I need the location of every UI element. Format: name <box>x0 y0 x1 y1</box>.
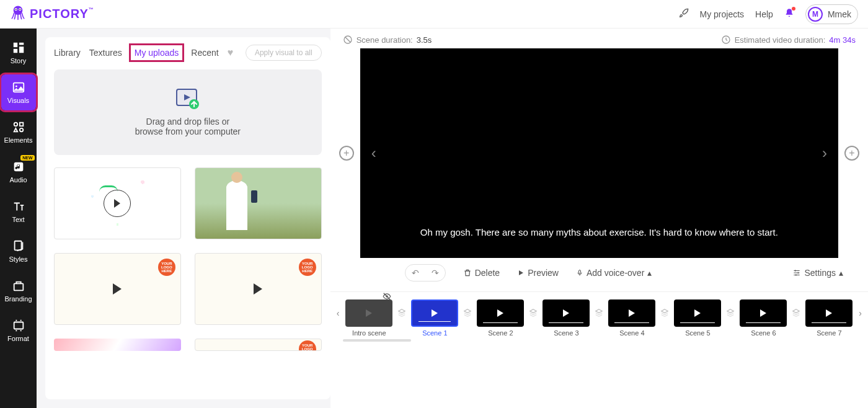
undo-button[interactable]: ↶ <box>405 265 425 281</box>
upload-dropzone[interactable]: Drag and drop files or browse from your … <box>54 69 322 155</box>
layers-icon[interactable] <box>660 299 669 317</box>
notification-bell-icon[interactable] <box>784 8 794 20</box>
add-voiceover-button[interactable]: Add voice-over ▴ <box>576 268 652 278</box>
scene-item[interactable]: Scene 2 <box>477 299 524 337</box>
redo-button[interactable]: ↷ <box>425 265 445 281</box>
preview-button[interactable]: Preview <box>517 268 559 278</box>
scene-label: Scene 2 <box>488 329 513 337</box>
svg-rect-6 <box>19 43 23 45</box>
scene-item[interactable]: Scene 3 <box>542 299 590 337</box>
layers-icon[interactable] <box>726 299 735 317</box>
dropzone-text-2: browse from your computer <box>66 126 309 136</box>
visibility-off-icon <box>383 292 391 303</box>
upload-thumbnail[interactable]: YOUR LOGO HERE <box>195 339 322 351</box>
prev-scene-arrow[interactable]: ‹ <box>365 138 383 168</box>
svg-rect-12 <box>19 123 23 126</box>
avatar: M <box>808 7 823 22</box>
scene-label: Scene 1 <box>422 329 447 337</box>
scene-thumbnail[interactable] <box>740 299 787 327</box>
visuals-panel: Library Textures My uploads Recent ♥ App… <box>37 29 330 408</box>
my-projects-link[interactable]: My projects <box>700 9 745 19</box>
layers-icon[interactable] <box>463 299 472 317</box>
chevron-up-icon: ▴ <box>647 268 652 278</box>
timeline-next-button[interactable]: › <box>857 299 863 327</box>
scene-item[interactable]: Scene 5 <box>674 299 721 337</box>
estimated-duration-value: 4m 34s <box>829 35 856 45</box>
scene-thumbnail[interactable] <box>345 299 392 327</box>
timeline-prev-button[interactable]: ‹ <box>335 299 341 327</box>
upgrade-rocket-icon[interactable] <box>679 8 689 20</box>
layers-icon[interactable] <box>595 299 603 317</box>
scene-timeline: ‹ Intro sceneScene 1Scene 2Scene 3Scene … <box>330 291 868 337</box>
scene-thumbnail[interactable] <box>674 299 721 327</box>
timeline-scrollbar[interactable] <box>343 339 411 342</box>
tab-textures[interactable]: Textures <box>89 48 122 58</box>
audio-icon <box>12 160 25 174</box>
sidebar-item-label: Text <box>12 216 24 223</box>
sidebar-item-label: Branding <box>4 295 32 303</box>
svg-point-10 <box>15 86 17 87</box>
tab-library[interactable]: Library <box>54 48 81 58</box>
upload-thumbnail[interactable] <box>54 339 181 351</box>
scene-thumbnail[interactable] <box>477 299 524 327</box>
svg-rect-7 <box>19 47 23 53</box>
sidebar-item-visuals[interactable]: Visuals <box>1 74 36 110</box>
scene-thumbnail[interactable] <box>608 299 655 327</box>
scene-item[interactable]: Scene 1 <box>411 299 458 337</box>
svg-rect-17 <box>14 322 23 329</box>
logo-icon <box>10 4 26 24</box>
upload-thumbnail[interactable]: YOUR LOGO HERE <box>195 253 322 325</box>
settings-button[interactable]: Settings ▴ <box>792 268 843 278</box>
scene-thumbnail[interactable] <box>542 299 590 327</box>
block-icon <box>343 35 353 45</box>
help-link[interactable]: Help <box>755 9 773 19</box>
sidebar-item-label: Format <box>7 335 29 342</box>
tab-recent[interactable]: Recent <box>191 48 218 58</box>
uploads-grid: YOUR LOGO HERE YOUR LOGO HERE YOUR LOGO … <box>54 167 322 351</box>
scene-item[interactable]: Scene 6 <box>740 299 787 337</box>
upload-thumbnail[interactable] <box>54 167 181 239</box>
scene-duration-label: Scene duration: <box>356 35 413 45</box>
user-menu[interactable]: M Mmek <box>805 4 858 24</box>
video-stage[interactable]: ‹ › Oh my gosh. There are so many myths … <box>360 48 838 258</box>
svg-rect-8 <box>13 49 17 53</box>
favorites-heart-icon[interactable]: ♥ <box>228 47 234 58</box>
styles-icon <box>12 239 25 253</box>
scene-thumbnail[interactable] <box>805 299 852 327</box>
layers-icon[interactable] <box>397 299 406 317</box>
scene-thumbnail[interactable] <box>411 299 458 327</box>
svg-point-3 <box>16 9 17 10</box>
sidebar-item-label: Audio <box>9 176 27 184</box>
sidebar-item-text[interactable]: Text <box>1 193 36 229</box>
sidebar-item-audio[interactable]: NEW Audio <box>1 154 36 190</box>
apply-visual-to-all-button[interactable]: Apply visual to all <box>246 45 322 61</box>
tab-my-uploads[interactable]: My uploads <box>131 45 183 60</box>
upload-thumbnail[interactable] <box>195 167 322 239</box>
sidebar-item-label: Styles <box>9 255 28 263</box>
sidebar-item-elements[interactable]: Elements <box>1 114 36 150</box>
add-scene-before-button[interactable]: + <box>339 146 354 161</box>
text-icon <box>12 200 25 213</box>
user-name: Mmek <box>828 9 851 19</box>
svg-rect-24 <box>578 270 580 274</box>
scene-item[interactable]: Intro scene <box>345 299 392 337</box>
delete-button[interactable]: Delete <box>463 268 500 278</box>
sliders-icon <box>792 268 801 277</box>
svg-rect-16 <box>14 283 23 290</box>
sidebar-item-story[interactable]: Story <box>1 35 36 71</box>
scene-item[interactable]: Scene 7 <box>805 299 852 337</box>
scene-item[interactable]: Scene 4 <box>608 299 655 337</box>
mic-icon <box>576 268 583 277</box>
upload-thumbnail[interactable]: YOUR LOGO HERE <box>54 253 181 325</box>
layers-icon[interactable] <box>529 299 538 317</box>
sidebar-item-styles[interactable]: Styles <box>1 233 36 269</box>
svg-point-4 <box>19 9 20 10</box>
elements-icon <box>12 120 25 134</box>
next-scene-arrow[interactable]: › <box>816 138 833 168</box>
add-scene-after-button[interactable]: + <box>844 146 859 161</box>
sidebar-item-branding[interactable]: Branding <box>1 273 36 309</box>
clock-icon <box>721 35 731 45</box>
layers-icon[interactable] <box>792 299 800 317</box>
brand-logo[interactable]: PICTORY™ <box>10 4 94 24</box>
sidebar-item-format[interactable]: Format <box>1 313 36 348</box>
